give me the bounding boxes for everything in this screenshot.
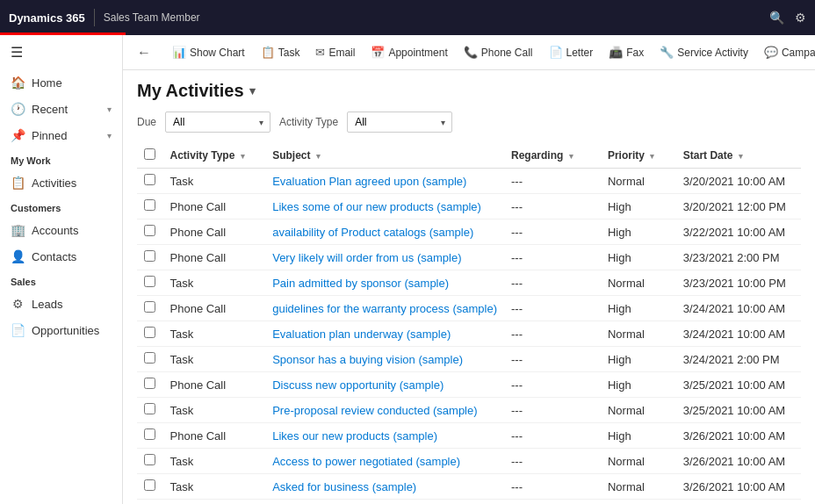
- row-checkbox[interactable]: [144, 327, 155, 338]
- filters-bar: Due All Activity Type All: [137, 112, 801, 133]
- sidebar-item-recent[interactable]: 🕐 Recent ▾: [0, 96, 122, 122]
- table-row: Task Evaluation Plan agreed upon (sample…: [137, 169, 801, 194]
- show-chart-label: Show Chart: [190, 47, 245, 59]
- checkbox-header[interactable]: [137, 143, 163, 169]
- due-filter-select[interactable]: All: [165, 112, 270, 133]
- row-checkbox[interactable]: [144, 352, 155, 364]
- row-checkbox[interactable]: [144, 428, 155, 440]
- subject-cell: Likes some of our new products (sample): [265, 194, 504, 220]
- row-checkbox-cell[interactable]: [137, 296, 163, 321]
- subject-link[interactable]: Sponsor has a buying vision (sample): [272, 353, 463, 366]
- table-row: Phone Call guidelines for the warranty p…: [137, 296, 801, 321]
- subject-cell: Access to power negotiated (sample): [265, 449, 504, 474]
- show-chart-button[interactable]: 📊 Show Chart: [165, 42, 252, 62]
- subject-cell: availability of Product catalogs (sample…: [265, 220, 504, 245]
- activity-type-cell: Phone Call: [163, 500, 266, 505]
- subject-link[interactable]: Access to power negotiated (sample): [272, 455, 460, 468]
- campaign-response-button[interactable]: 💬 Campaign Response: [757, 42, 815, 62]
- appointment-icon: 📅: [371, 46, 385, 59]
- activity-type-cell: Phone Call: [163, 220, 266, 245]
- sidebar-item-opportunities[interactable]: 📄 Opportunities: [0, 317, 122, 343]
- subject-link[interactable]: availability of Product catalogs (sample…: [272, 226, 473, 239]
- back-button[interactable]: ←: [130, 41, 158, 64]
- row-checkbox-cell[interactable]: [137, 245, 163, 270]
- subject-link[interactable]: Very likely will order from us (sample): [272, 251, 461, 264]
- letter-button[interactable]: 📄 Letter: [542, 42, 601, 62]
- select-all-checkbox[interactable]: [144, 148, 155, 160]
- row-checkbox[interactable]: [144, 403, 155, 414]
- search-icon[interactable]: 🔍: [769, 11, 784, 25]
- activity-type-cell: Task: [163, 474, 266, 500]
- sidebar-item-home[interactable]: 🏠 Home: [0, 69, 122, 96]
- service-activity-button[interactable]: 🔧 Service Activity: [653, 42, 755, 62]
- subject-link[interactable]: Evaluation plan underway (sample): [272, 328, 451, 341]
- subject-link[interactable]: Pre-proposal review conducted (sample): [272, 404, 477, 417]
- layout: ☰ 🏠 Home 🕐 Recent ▾ 📌 Pinned ▾ My Work 📋…: [0, 35, 815, 504]
- row-checkbox[interactable]: [144, 301, 155, 313]
- row-checkbox-cell[interactable]: [137, 347, 163, 372]
- row-checkbox[interactable]: [144, 276, 155, 287]
- priority-cell: High: [601, 423, 676, 449]
- row-checkbox-cell[interactable]: [137, 474, 163, 500]
- table-row: Task Pain admitted by sponsor (sample) -…: [137, 270, 801, 296]
- task-label: Task: [278, 47, 300, 59]
- col-header-activity-type[interactable]: Activity Type ▾: [163, 143, 266, 169]
- priority-cell: High: [601, 500, 676, 505]
- row-checkbox-cell[interactable]: [137, 169, 163, 194]
- sidebar-item-contacts[interactable]: 👤 Contacts: [0, 243, 122, 270]
- sort-icon: ▾: [316, 152, 321, 161]
- row-checkbox-cell[interactable]: [137, 372, 163, 398]
- activity-type-filter-select[interactable]: All: [347, 112, 452, 133]
- subject-link[interactable]: Pain admitted by sponsor (sample): [272, 277, 449, 290]
- task-button[interactable]: 📋 Task: [254, 42, 307, 62]
- title-chevron-icon[interactable]: ▾: [249, 84, 256, 97]
- subject-link[interactable]: Evaluation Plan agreed upon (sample): [272, 175, 466, 188]
- col-header-regarding[interactable]: Regarding ▾: [504, 143, 601, 169]
- table-row: Phone Call Will be ordering soon (sample…: [137, 500, 801, 505]
- sidebar-item-activities[interactable]: 📋 Activities: [0, 169, 122, 196]
- row-checkbox-cell[interactable]: [137, 449, 163, 474]
- row-checkbox[interactable]: [144, 250, 155, 262]
- col-header-start-date[interactable]: Start Date ▾: [676, 143, 801, 169]
- subject-link[interactable]: guidelines for the warranty process (sam…: [272, 302, 497, 315]
- campaign-response-label: Campaign Response: [782, 47, 815, 59]
- col-header-priority[interactable]: Priority ▾: [601, 143, 676, 169]
- settings-icon[interactable]: ⚙: [795, 11, 806, 25]
- row-checkbox[interactable]: [144, 378, 155, 389]
- row-checkbox-cell[interactable]: [137, 220, 163, 245]
- subject-link[interactable]: Discuss new opportunity (sample): [272, 378, 444, 392]
- regarding-cell: ---: [504, 321, 601, 347]
- subject-cell: Pain admitted by sponsor (sample): [265, 270, 504, 296]
- row-checkbox-cell[interactable]: [137, 270, 163, 296]
- priority-cell: High: [601, 220, 676, 245]
- col-header-start-date-label: Start Date: [683, 149, 733, 162]
- appointment-button[interactable]: 📅 Appointment: [364, 42, 454, 62]
- subject-link[interactable]: Asked for business (sample): [272, 480, 416, 493]
- sidebar-item-pinned[interactable]: 📌 Pinned ▾: [0, 122, 122, 148]
- subject-link[interactable]: Likes our new products (sample): [272, 429, 437, 443]
- regarding-cell: ---: [504, 398, 601, 423]
- table-row: Phone Call Likes some of our new product…: [137, 194, 801, 220]
- sidebar-item-accounts[interactable]: 🏢 Accounts: [0, 217, 122, 243]
- phone-call-button[interactable]: 📞 Phone Call: [457, 42, 540, 62]
- app-label: Sales Team Member: [104, 11, 200, 24]
- row-checkbox-cell[interactable]: [137, 321, 163, 347]
- row-checkbox[interactable]: [144, 199, 155, 211]
- email-button[interactable]: ✉ Email: [308, 42, 362, 62]
- row-checkbox[interactable]: [144, 454, 155, 465]
- priority-cell: Normal: [601, 449, 676, 474]
- row-checkbox-cell[interactable]: [137, 398, 163, 423]
- row-checkbox-cell[interactable]: [137, 423, 163, 449]
- row-checkbox[interactable]: [144, 479, 155, 491]
- row-checkbox[interactable]: [144, 225, 155, 236]
- main-panel: ← 📊 Show Chart 📋 Task ✉ Email 📅 Appointm…: [123, 35, 815, 504]
- row-checkbox-cell[interactable]: [137, 500, 163, 505]
- row-checkbox[interactable]: [144, 174, 155, 185]
- row-checkbox-cell[interactable]: [137, 194, 163, 220]
- subject-link[interactable]: Likes some of our new products (sample): [272, 200, 481, 213]
- fax-button[interactable]: 📠 Fax: [602, 42, 651, 62]
- regarding-cell: ---: [504, 500, 601, 505]
- col-header-subject[interactable]: Subject ▾: [265, 143, 504, 169]
- sidebar-item-leads[interactable]: ⚙ Leads: [0, 291, 122, 317]
- hamburger-icon[interactable]: ☰: [0, 35, 122, 69]
